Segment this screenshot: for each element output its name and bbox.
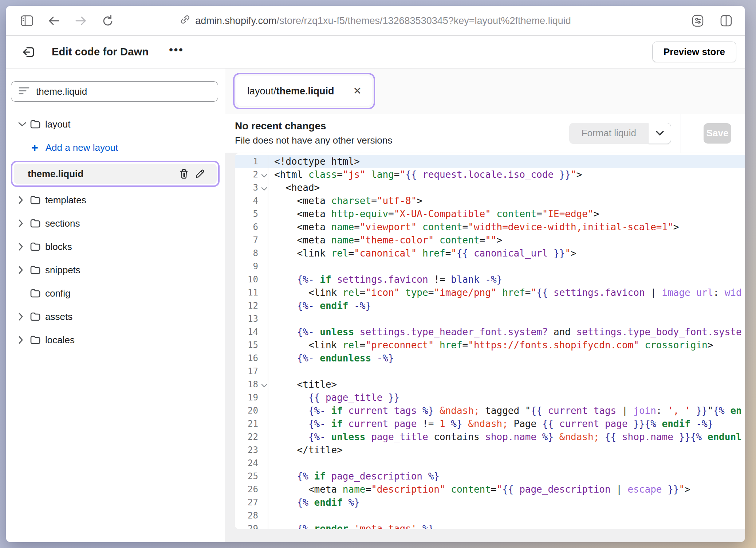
format-liquid-button[interactable]: Format liquid [569,123,649,144]
folder-item-locales[interactable]: locales [6,328,225,352]
url-host: admin.shopify.com [195,15,276,26]
address-bar[interactable]: admin.shopify.com/store/rzq1xu-f5/themes… [180,14,571,27]
folder-item-config[interactable]: config [6,282,225,305]
url-path: /store/rzq1xu-f5/themes/132683530345?key… [276,15,571,26]
tab-strip: layout/theme.liquid ✕ [225,68,745,114]
code-line-29[interactable]: 29 {% render 'meta-tags' %} [235,522,745,529]
code-line-20[interactable]: 20 {%- if current_tags %} &ndash; tagged… [235,404,745,417]
tab-layout-theme-liquid[interactable]: layout/theme.liquid ✕ [236,76,372,106]
code-line-14[interactable]: 14 {%- unless settings.type_header_font.… [235,325,745,338]
file-item-theme-liquid[interactable]: theme.liquid [14,164,217,184]
code-line-3[interactable]: 3 <head> [235,181,745,194]
tab-file-name: theme.liquid [276,86,334,97]
code-text: <meta charset="utf-8"> [268,195,422,206]
format-dropdown-button[interactable] [649,123,671,144]
reload-icon[interactable] [100,13,116,29]
split-view-icon[interactable] [718,13,734,29]
code-line-17[interactable]: 17 [235,365,745,378]
code-line-22[interactable]: 22 {%- unless page_title contains shop.n… [235,430,745,443]
folder-item-blocks[interactable]: blocks [6,235,225,258]
fold-chevron-icon[interactable] [261,183,267,193]
chevron-down-icon[interactable] [18,122,30,127]
toolbar-divider [681,114,681,153]
code-text: {%- if settings.favicon != blank -%} [268,274,502,285]
code-text: <head> [268,182,320,193]
page-settings-icon[interactable] [690,13,706,29]
code-line-11[interactable]: 11 <link rel="icon" type="image/png" hre… [235,286,745,299]
code-line-2[interactable]: 2<html class="js" lang="{{ request.local… [235,168,745,181]
back-icon[interactable] [46,13,62,29]
code-line-24[interactable]: 24 [235,457,745,470]
code-line-7[interactable]: 7 <meta name="theme-color" content=""> [235,234,745,247]
exit-editor-icon[interactable] [20,43,38,61]
line-number: 2 [235,168,268,181]
code-text: <link rel="preconnect" href="https://fon… [268,340,713,351]
code-line-26[interactable]: 26 <meta name="description" content="{{ … [235,483,745,496]
chevron-right-icon[interactable] [18,243,30,251]
fold-chevron-icon[interactable] [261,380,267,390]
code-line-6[interactable]: 6 <meta name="viewport" content="width=d… [235,220,745,234]
folder-item-snippets[interactable]: snippets [6,258,225,282]
code-line-5[interactable]: 5 <meta http-equiv="X-UA-Compatible" con… [235,207,745,220]
line-number: 7 [235,234,268,247]
code-line-13[interactable]: 13 [235,312,745,325]
code-editor[interactable]: 1<!doctype html>2<html class="js" lang="… [235,153,745,529]
code-line-4[interactable]: 4 <meta charset="utf-8"> [235,194,745,207]
code-line-23[interactable]: 23 </title> [235,443,745,457]
line-number: 16 [235,352,268,365]
line-number: 22 [235,430,268,443]
code-line-1[interactable]: 1<!doctype html> [235,155,745,168]
code-line-19[interactable]: 19 {{ page_title }} [235,391,745,404]
folder-item-layout[interactable]: layout [6,113,225,136]
more-actions-button[interactable]: ••• [169,44,184,60]
preview-store-button[interactable]: Preview store [652,42,736,62]
line-number: 18 [235,378,268,391]
folder-item-templates[interactable]: templates [6,188,225,212]
folder-item-assets[interactable]: assets [6,305,225,328]
add-new-layout-link[interactable]: +Add a new layout [6,136,225,159]
code-text: <link rel="canonical" href="{{ canonical… [268,248,576,259]
code-text: </title> [268,445,343,455]
line-number: 1 [235,155,268,168]
rename-file-button[interactable] [192,169,208,179]
code-line-28[interactable]: 28 [235,509,745,522]
chevron-down-icon [655,130,664,136]
delete-file-button[interactable] [176,169,192,179]
filter-icon [19,86,29,97]
folder-icon [30,265,44,275]
code-text: <html class="js" lang="{{ request.locale… [268,169,582,180]
sidebar-toggle-icon[interactable] [19,13,35,29]
folder-item-sections[interactable]: sections [6,212,225,235]
code-line-8[interactable]: 8 <link rel="canonical" href="{{ canonic… [235,247,745,260]
code-line-21[interactable]: 21 {%- if current_page != 1 %} &ndash; P… [235,417,745,430]
code-text: <link rel="icon" type="image/png" href="… [268,287,742,298]
tab-path-prefix: layout/ [247,86,276,97]
fold-chevron-icon[interactable] [261,170,267,180]
chevron-right-icon[interactable] [18,336,30,344]
code-line-16[interactable]: 16 {%- endunless -%} [235,352,745,365]
chevron-right-icon[interactable] [18,313,30,321]
code-line-15[interactable]: 15 <link rel="preconnect" href="https://… [235,338,745,352]
close-tab-icon[interactable]: ✕ [353,86,362,96]
link-icon [180,14,190,27]
delete-icon [179,169,189,179]
chevron-right-icon[interactable] [18,196,30,204]
code-line-27[interactable]: 27 {% endif %} [235,496,745,509]
code-line-9[interactable]: 9 [235,260,745,273]
line-number: 12 [235,299,268,312]
chevron-right-icon[interactable] [18,266,30,274]
line-number: 8 [235,247,268,260]
file-search-input[interactable]: theme.liquid [11,81,218,102]
plus-icon: + [31,142,38,153]
chevron-right-icon[interactable] [18,219,30,227]
page-title: Edit code for Dawn [52,46,149,58]
save-button[interactable]: Save [704,123,731,144]
folder-icon [30,219,44,228]
code-line-18[interactable]: 18 <title> [235,378,745,391]
code-line-25[interactable]: 25 {% if page_description %} [235,470,745,483]
code-line-10[interactable]: 10 {%- if settings.favicon != blank -%} [235,273,745,286]
tab-highlight-ring: layout/theme.liquid ✕ [233,73,375,109]
file-tree: layout+Add a new layouttheme.liquidtempl… [6,113,225,352]
line-number: 24 [235,457,268,470]
code-line-12[interactable]: 12 {%- endif -%} [235,299,745,312]
